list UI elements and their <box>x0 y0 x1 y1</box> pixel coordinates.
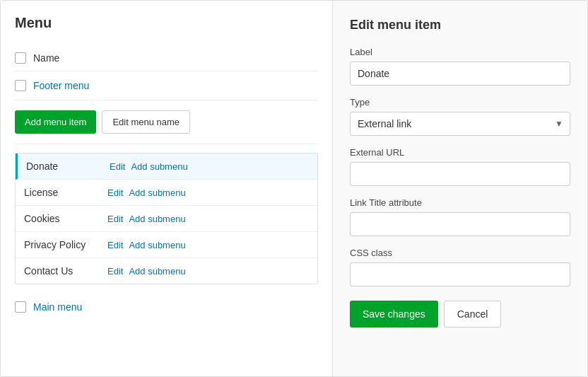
panel-title: Menu <box>15 15 318 31</box>
external-url-input[interactable] <box>350 162 570 186</box>
save-changes-button[interactable]: Save changes <box>350 301 438 327</box>
label-group: Label <box>350 47 570 86</box>
right-panel: Edit menu item Label Type External link … <box>333 1 587 376</box>
left-panel: Menu Name Footer menu Add menu item Edit… <box>1 1 333 376</box>
cancel-button[interactable]: Cancel <box>444 301 502 327</box>
edit-menu-name-button[interactable]: Edit menu name <box>102 110 190 134</box>
menu-item-row: Contact UsEditAdd submenu <box>16 258 317 284</box>
menu-item-add-submenu-link[interactable]: Add submenu <box>129 214 185 224</box>
menu-item-row: LicenseEditAdd submenu <box>16 180 317 206</box>
menu-items-list: DonateEditAdd submenuLicenseEditAdd subm… <box>15 153 318 284</box>
link-title-group: Link Title attribute <box>350 197 570 236</box>
main-menu-checkbox[interactable] <box>15 301 26 313</box>
link-title-label: Link Title attribute <box>350 197 570 208</box>
menu-item-edit-link[interactable]: Edit <box>107 240 123 250</box>
menu-item-row: DonateEditAdd submenu <box>16 153 317 180</box>
menu-item-name: License <box>24 187 102 198</box>
name-label: Name <box>33 52 59 64</box>
menu-item-edit-link[interactable]: Edit <box>107 266 123 277</box>
menu-item-row: CookiesEditAdd submenu <box>16 206 317 232</box>
footer-menu-checkbox[interactable] <box>15 80 26 91</box>
footer-menu-row: Footer menu <box>15 71 318 100</box>
link-title-input[interactable] <box>350 212 570 236</box>
menu-item-name: Donate <box>26 161 104 172</box>
menu-item-edit-link[interactable]: Edit <box>110 161 125 172</box>
form-actions: Save changes Cancel <box>350 301 570 327</box>
main-menu-row: Main menu <box>15 293 318 321</box>
edit-panel-title: Edit menu item <box>350 18 570 33</box>
menu-item-name: Contact Us <box>24 265 102 277</box>
label-input[interactable] <box>350 62 570 86</box>
menu-item-add-submenu-link[interactable]: Add submenu <box>129 266 185 277</box>
external-url-label: External URL <box>350 147 570 158</box>
menu-item-name: Privacy Policy <box>24 239 102 250</box>
type-select[interactable]: External link Custom URL Page Category P… <box>350 112 570 136</box>
menu-item-add-submenu-link[interactable]: Add submenu <box>129 240 185 250</box>
css-class-input[interactable] <box>350 262 570 286</box>
type-select-wrapper: External link Custom URL Page Category P… <box>350 112 570 136</box>
menu-item-row: Privacy PolicyEditAdd submenu <box>16 232 317 258</box>
menu-item-edit-link[interactable]: Edit <box>107 214 123 224</box>
add-menu-item-button[interactable]: Add menu item <box>15 110 96 134</box>
footer-menu-link[interactable]: Footer menu <box>33 80 89 91</box>
type-field-label: Type <box>350 97 570 108</box>
menu-item-add-submenu-link[interactable]: Add submenu <box>131 161 187 172</box>
main-menu-link[interactable]: Main menu <box>33 301 82 313</box>
external-url-group: External URL <box>350 147 570 186</box>
type-group: Type External link Custom URL Page Categ… <box>350 97 570 136</box>
label-field-label: Label <box>350 47 570 57</box>
menu-header-row: Name <box>15 45 318 71</box>
button-row: Add menu item Edit menu name <box>15 100 318 144</box>
css-class-label: CSS class <box>350 248 570 258</box>
menu-item-add-submenu-link[interactable]: Add submenu <box>129 187 185 198</box>
name-checkbox[interactable] <box>15 52 26 64</box>
menu-item-name: Cookies <box>24 213 102 224</box>
css-class-group: CSS class <box>350 248 570 286</box>
menu-item-edit-link[interactable]: Edit <box>107 187 123 198</box>
